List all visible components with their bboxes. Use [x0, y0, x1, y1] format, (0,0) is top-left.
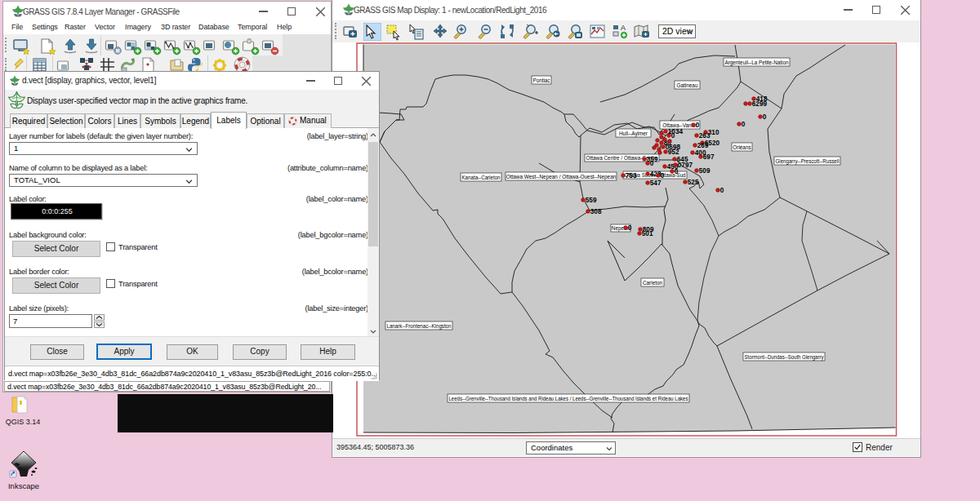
svg-text:0: 0 [720, 187, 724, 194]
svg-text:0: 0 [671, 132, 675, 140]
svg-text:Stormont--Dundas--South Glenga: Stormont--Dundas--South Glengarry [745, 354, 825, 361]
svg-text:509: 509 [699, 167, 710, 175]
svg-text:Glengarry--Prescott--Russell: Glengarry--Prescott--Russell [776, 158, 840, 165]
svg-text:0: 0 [742, 121, 746, 128]
svg-text:263: 263 [699, 132, 710, 140]
svg-text:0: 0 [628, 224, 632, 232]
svg-text:0: 0 [696, 122, 700, 129]
svg-text:753: 753 [626, 172, 637, 180]
svg-text:Pontiac: Pontiac [533, 78, 551, 83]
svg-text:Leeds--Grenville--Thousand Isl: Leeds--Grenville--Thousand Islands and R… [449, 396, 688, 401]
svg-text:547: 547 [650, 180, 662, 187]
svg-text:269: 269 [697, 142, 709, 149]
svg-text:Carleton: Carleton [643, 280, 663, 286]
svg-text:Argenteuil--La Petite-Nation: Argenteuil--La Petite-Nation [725, 60, 789, 66]
svg-text:Orléans: Orléans [733, 144, 751, 150]
svg-text:952: 952 [668, 149, 679, 156]
svg-text:0: 0 [675, 168, 679, 175]
svg-text:697: 697 [703, 153, 715, 161]
svg-text:Kanata--Carleton: Kanata--Carleton [462, 175, 501, 180]
svg-text:525: 525 [688, 179, 699, 186]
svg-text:Gatineau: Gatineau [677, 82, 698, 88]
svg-text:Ottawa West--Nepean / Ottawa-O: Ottawa West--Nepean / Ottawa-Ouest--Nepe… [506, 174, 617, 180]
svg-text:308: 308 [590, 208, 602, 215]
svg-text:0797: 0797 [678, 162, 693, 169]
svg-text:Hull--Aylmer: Hull--Aylmer [619, 131, 648, 137]
svg-text:Lanark--Frontenac--Kingston: Lanark--Frontenac--Kingston [387, 323, 452, 330]
svg-text:0: 0 [650, 160, 654, 167]
svg-text:6299: 6299 [752, 100, 768, 108]
svg-text:0: 0 [763, 113, 767, 121]
svg-text:559: 559 [586, 197, 597, 204]
svg-text:A: A [621, 24, 626, 32]
svg-text:0: 0 [661, 172, 665, 180]
svg-text:501: 501 [642, 230, 653, 237]
